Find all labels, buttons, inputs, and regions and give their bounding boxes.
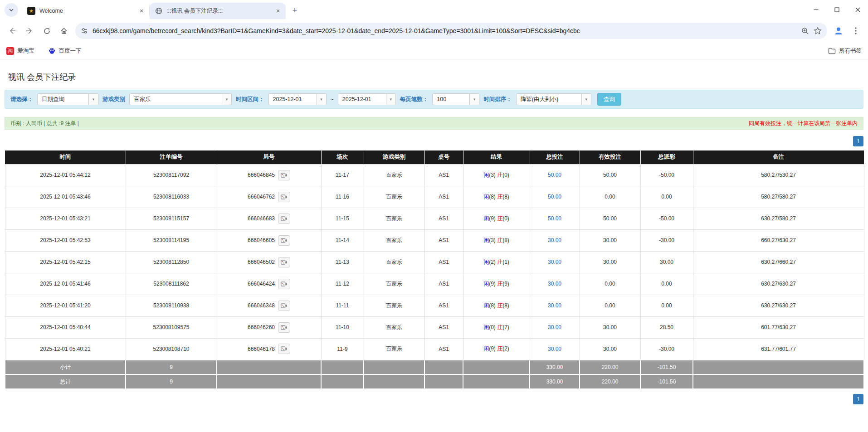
tab-close-icon[interactable]: ✕ [137,7,146,15]
cell-total-bet[interactable]: 30.00 [530,295,580,316]
cell-round-no: 666046762 [217,186,321,208]
video-replay-button[interactable] [278,257,290,267]
col-table-no: 桌号 [424,150,463,164]
bet-records-table: 时间 注单编号 局号 场次 游戏类别 桌号 结果 总投注 有效投注 总派彩 备注… [5,150,864,389]
site-info-icon[interactable] [81,27,88,34]
cell-total-bet[interactable]: 50.00 [530,208,580,229]
cell-session: 11-12 [321,273,364,295]
table-row: 2025-12-01 05:43:21 523008115157 6660466… [5,208,864,229]
currency-summary: 币别 : 人民币 | 总共 :9 注单 | [10,120,79,127]
round-number: 666046424 [248,281,275,287]
cell-total-bet[interactable]: 30.00 [530,338,580,360]
cell-session: 11-13 [321,251,364,273]
sort-select[interactable]: 降冪(由大到小) ▾ [516,93,591,105]
banker-points: (7) [502,324,509,330]
tab-welcome[interactable]: ★ Welcome ✕ [22,5,150,16]
video-replay-button[interactable] [278,235,290,246]
bookmark-baidu[interactable]: 百度一下 [48,47,82,55]
date-end-select[interactable]: 2025-12-01 ▾ [338,93,396,105]
cell-result: 闲(9) 庄(0) [463,208,530,229]
url-bar[interactable]: 66cxkj98.com/game/betrecord_search/kind3… [75,23,827,39]
search-button[interactable]: 查询 [597,93,621,106]
table-row: 2025-12-01 05:42:53 523008114195 6660466… [5,229,864,251]
subtotal-count: 9 [126,360,217,374]
banker-result: 庄 [497,302,502,309]
cell-bet-no: 523008109575 [126,316,217,338]
cell-remark: 630.27/630.27 [693,295,864,316]
video-icon [281,238,288,243]
cell-total-bet[interactable]: 50.00 [530,186,580,208]
tab-bet-records[interactable]: :::视讯 会员下注纪录::: ✕ [150,3,286,19]
cell-total-bet[interactable]: 50.00 [530,164,580,186]
pagination-bottom: 1 [5,394,863,404]
cell-result: 闲(0) 庄(7) [463,316,530,338]
page-title: 视讯 会员下注纪录 [8,72,863,83]
banker-points: (0) [502,215,509,222]
baidu-paw-icon [48,47,56,55]
bookmark-star-icon[interactable] [814,27,822,35]
cell-table-no: AS1 [424,316,463,338]
cell-payout: -50.00 [640,208,693,229]
refresh-button[interactable] [39,23,54,39]
video-replay-button[interactable] [278,322,290,333]
forward-button[interactable] [22,23,37,39]
banker-points: (1) [502,259,509,265]
player-points: (3) [489,237,496,243]
back-button[interactable] [5,23,20,39]
video-replay-button[interactable] [278,192,290,202]
profile-avatar[interactable] [831,23,846,39]
cell-payout: -50.00 [640,164,693,186]
player-result: 闲 [483,302,489,309]
cell-total-bet[interactable]: 30.00 [530,251,580,273]
cell-table-no: AS1 [424,229,463,251]
cell-time: 2025-12-01 05:42:15 [5,251,126,273]
cell-bet-no: 523008115157 [126,208,217,229]
zoom-icon[interactable] [801,27,809,35]
page-1-button[interactable]: 1 [853,136,863,146]
player-result: 闲 [483,324,489,330]
browser-toolbar: 66cxkj98.com/game/betrecord_search/kind3… [0,19,868,43]
maximize-button[interactable] [826,0,847,19]
subtotal-label: 小计 [5,360,126,374]
video-replay-button[interactable] [278,170,290,180]
home-button[interactable] [56,23,72,39]
round-number: 666046845 [248,172,275,178]
chevron-down-icon: ▾ [386,94,395,105]
video-replay-button[interactable] [278,301,290,311]
cell-total-bet[interactable]: 30.00 [530,316,580,338]
all-bookmarks-button[interactable]: 所有书签 [828,47,862,55]
valid-bet-notice: 同局有效投注，统一计算在该局第一张注单内 [749,120,858,127]
cell-round-no: 666046178 [217,338,321,360]
page-1-button[interactable]: 1 [853,394,863,404]
player-points: (8) [489,194,496,200]
date-start-select[interactable]: 2025-12-01 ▾ [268,93,327,105]
browser-menu-button[interactable] [848,23,863,39]
game-type-select[interactable]: 百家乐 ▾ [129,93,232,105]
cell-time: 2025-12-01 05:43:46 [5,186,126,208]
minimize-button[interactable] [805,0,826,19]
sort-label: 时间排序： [483,96,512,103]
cell-total-bet[interactable]: 30.00 [530,273,580,295]
page-size-select[interactable]: 100 ▾ [432,93,479,105]
round-number: 666046178 [248,346,275,352]
tab-close-icon[interactable]: ✕ [274,7,282,15]
video-replay-button[interactable] [278,279,290,289]
mode-select[interactable]: 日期查询 ▾ [37,93,98,105]
url-text[interactable]: 66cxkj98.com/game/betrecord_search/kind3… [93,27,797,34]
cell-time: 2025-12-01 05:41:46 [5,273,126,295]
table-row: 2025-12-01 05:40:21 523008108710 6660461… [5,338,864,360]
mode-label: 请选择： [10,96,33,103]
video-replay-button[interactable] [278,214,290,224]
cell-total-bet[interactable]: 30.00 [530,229,580,251]
col-result: 结果 [463,150,530,164]
close-window-button[interactable] [847,0,868,19]
video-replay-button[interactable] [278,344,290,354]
new-tab-button[interactable]: + [288,4,301,17]
page-size-value: 100 [433,96,450,102]
subtotal-valid-bet: 220.00 [580,360,640,374]
bookmark-taobao[interactable]: 淘 爱淘宝 [6,47,34,55]
tab-search-button[interactable] [5,3,18,17]
banker-result: 庄 [497,345,502,352]
cell-game-type: 百家乐 [364,273,424,295]
cell-result: 闲(9) 庄(2) [463,338,530,360]
